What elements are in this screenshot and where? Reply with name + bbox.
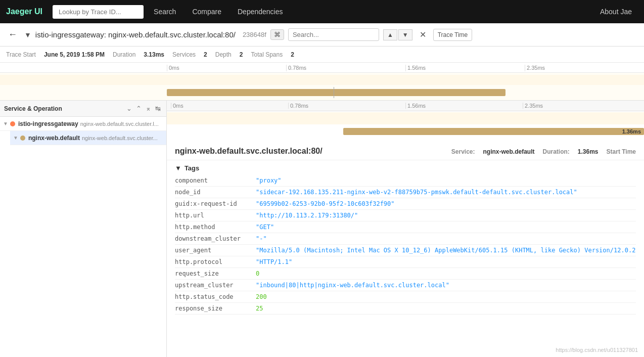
tag-value: 25 <box>256 303 636 315</box>
tag-key: http.url <box>175 210 256 221</box>
trace-info-bar: Trace Start June 5, 2019 1:58 PM Duratio… <box>0 47 644 63</box>
tag-value: "GET" <box>256 221 636 233</box>
span-detail-title-row: nginx-web.default.svc.cluster.local:80/ … <box>167 140 644 160</box>
trace-start-label: Trace Start <box>6 51 36 58</box>
span-bars-area: 1.36ms <box>167 111 644 140</box>
timeline-bars <box>0 73 644 101</box>
compare-nav-button[interactable]: Compare <box>186 5 227 19</box>
trace-services-label: Services <box>172 51 196 58</box>
search-nav-button[interactable]: Search <box>148 5 182 19</box>
ruler-tick-2: 1.56ms <box>405 65 525 71</box>
span-bar-nginx-row[interactable]: 1.36ms <box>167 125 644 138</box>
tags-collapse-icon: ▼ <box>175 164 181 172</box>
tag-row: guid:x-request-id"69599b02-6253-92b0-95f… <box>175 198 636 210</box>
service-name-ingress: istio-ingressgateway <box>18 120 78 127</box>
tag-row: http.method"GET" <box>175 221 636 233</box>
collapse-down-button[interactable]: ⌅ <box>144 104 153 113</box>
tags-table: component"proxy"node_id"sidecar-192.168.… <box>175 175 636 315</box>
tag-row: component"proxy" <box>175 175 636 187</box>
tag-value: 0 <box>256 268 636 280</box>
collapse-all-button[interactable]: ⌄ <box>125 104 133 113</box>
span-bar-ingress-row[interactable] <box>167 112 644 124</box>
tag-key: http.protocol <box>175 256 256 268</box>
service-op-header: Service & Operation ⌄ ⌃ ⌅ ↹ <box>0 101 166 117</box>
span-service-label: Service: <box>451 148 475 155</box>
trace-title: istio-ingressgateway: nginx-web.default.… <box>35 30 236 39</box>
tag-value: "-" <box>256 233 636 245</box>
expand-right-button[interactable]: ⌃ <box>134 104 143 113</box>
tags-label: Tags <box>185 164 199 172</box>
prev-span-button[interactable]: ▲ <box>383 29 397 40</box>
trace-total-spans-val: 2 <box>291 51 294 58</box>
stl-tick-0: 0ms <box>171 103 288 109</box>
expand-nginx-icon[interactable]: ▼ <box>13 135 18 141</box>
ruler-tick-0: 0ms <box>167 65 286 71</box>
span-detail-panel: 0ms 0.78ms 1.56ms 2.35ms 1.36ms nginx-we… <box>167 101 644 357</box>
ruler-tick-1: 0.78ms <box>286 65 405 71</box>
trace-span-rows: ▼ istio-ingressgateway nginx-web.default… <box>0 117 166 357</box>
tag-row: http.url"http://10.113.2.179:31380/" <box>175 210 636 221</box>
close-search-button[interactable]: ✕ <box>417 29 429 40</box>
span-service-val: nginx-web.default <box>483 148 535 155</box>
expand-ingress-icon[interactable]: ▼ <box>3 121 8 126</box>
tag-key: http.status_code <box>175 291 256 303</box>
span-bar-nginx <box>343 128 644 135</box>
next-span-button[interactable]: ▼ <box>398 29 412 40</box>
trace-duration-val: 3.13ms <box>144 51 164 58</box>
trace-depth-label: Depth <box>215 51 232 58</box>
trace-lookup-input[interactable] <box>53 5 144 19</box>
span-row-nginx[interactable]: ▼ nginx-web.default nginx-web.default.sv… <box>10 131 166 145</box>
span-start-label: Start Time <box>607 148 636 155</box>
span-dur-val: 1.36ms <box>578 148 599 155</box>
tag-key: component <box>175 175 256 187</box>
trace-search-input[interactable] <box>288 28 379 41</box>
timeline-bar-nginx <box>167 89 505 96</box>
tag-row: downstream_cluster"-" <box>175 233 636 245</box>
span-row-ingress[interactable]: ▼ istio-ingressgateway nginx-web.default… <box>0 117 166 131</box>
span-duration-label: 1.36ms <box>622 128 641 135</box>
tag-value: "69599b02-6253-92b0-95f2-10c603f32f90" <box>256 198 636 210</box>
tag-row: upstream_cluster"inbound|80|http|nginx-w… <box>175 280 636 291</box>
tag-row: request_size0 <box>175 268 636 280</box>
span-dur-label: Duration: <box>543 148 570 155</box>
stl-tick-3: 2.35ms <box>523 103 640 109</box>
trace-id: 238648f <box>243 31 266 38</box>
tag-key: request_size <box>175 268 256 280</box>
tag-value: "proxy" <box>256 175 636 187</box>
expand-all-button[interactable]: ↹ <box>154 104 162 113</box>
tag-row: http.protocol"HTTP/1.1" <box>175 256 636 268</box>
timeline-row-nginx <box>0 87 644 98</box>
tags-section: ▼ Tags component"proxy"node_id"sidecar-1… <box>167 160 644 319</box>
tag-row: user_agent"Mozilla/5.0 (Macintosh; Intel… <box>175 245 636 256</box>
panel-controls: ⌄ ⌃ ⌅ ↹ <box>125 104 162 113</box>
tag-value: "sidecar-192.168.135.211-nginx-web-v2-f8… <box>256 187 636 198</box>
trace-duration-label: Duration <box>113 51 135 58</box>
about-link[interactable]: About Jae <box>594 5 638 19</box>
trace-time-button[interactable]: Trace Time <box>433 29 473 41</box>
timeline-row-ingress <box>0 75 644 85</box>
span-detail-meta: Service: nginx-web.default Duration: 1.3… <box>451 148 636 155</box>
main-content-area: Service & Operation ⌄ ⌃ ⌅ ↹ ▼ istio-ingr… <box>0 101 644 357</box>
service-dot-ingress <box>10 121 15 126</box>
watermark: https://blog.csdn.net/u011327801 <box>556 347 638 353</box>
trace-total-spans-label: Total Spans <box>251 51 283 58</box>
service-op-label: Service & Operation <box>4 105 62 112</box>
tag-key: user_agent <box>175 245 256 256</box>
tag-value: "HTTP/1.1" <box>256 256 636 268</box>
back-button[interactable]: ← <box>5 28 20 41</box>
service-operation-panel: Service & Operation ⌄ ⌃ ⌅ ↹ ▼ istio-ingr… <box>0 101 167 357</box>
tag-key: upstream_cluster <box>175 280 256 291</box>
tag-value: "http://10.113.2.179:31380/" <box>256 210 636 221</box>
tag-row: node_id"sidecar-192.168.135.211-nginx-we… <box>175 187 636 198</box>
top-navigation: Jaeger UI Search Compare Dependencies Ab… <box>0 0 644 23</box>
service-dot-nginx <box>20 136 25 141</box>
op-name-nginx: nginx-web.default.svc.cluster... <box>82 135 158 141</box>
keyboard-shortcut-icon[interactable]: ⌘ <box>270 29 284 40</box>
expand-trace-icon[interactable]: ▼ <box>24 31 31 39</box>
app-brand: Jaeger UI <box>6 7 42 16</box>
dependencies-nav-button[interactable]: Dependencies <box>232 5 289 19</box>
tags-header[interactable]: ▼ Tags <box>175 164 636 172</box>
tag-key: http.method <box>175 221 256 233</box>
trace-start-val: June 5, 2019 1:58 PM <box>44 51 105 58</box>
tag-row: response_size25 <box>175 303 636 315</box>
